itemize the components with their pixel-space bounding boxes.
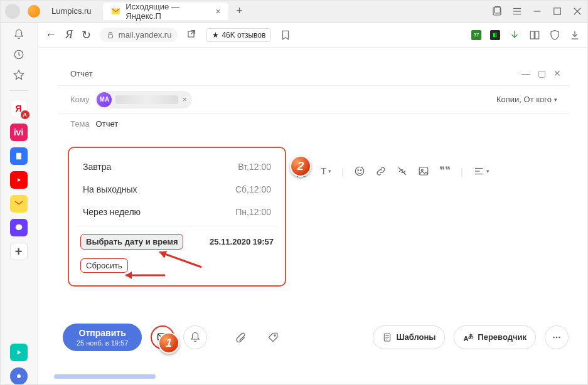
callout-arrow-select bbox=[148, 248, 205, 271]
yandex-home-button[interactable]: Я bbox=[65, 28, 73, 41]
toolbar-divider: | bbox=[341, 166, 344, 177]
svg-point-45 bbox=[274, 335, 275, 336]
sidebar-app-yandex[interactable]: Я A bbox=[10, 100, 28, 117]
schedule-option-tomorrow[interactable]: Завтра Вт,12:00 bbox=[69, 156, 285, 178]
sidebar-app-youtube[interactable] bbox=[10, 171, 28, 189]
callout-arrow-reset bbox=[118, 270, 168, 281]
browser-toolbar: ← Я ↻ mail.yandex.ru ★ 46K отзывов 37 ◧ bbox=[38, 23, 588, 48]
extension-dark-icon[interactable]: ◧ bbox=[490, 30, 500, 40]
external-link-icon[interactable] bbox=[186, 29, 198, 41]
window-close-icon[interactable] bbox=[572, 6, 583, 17]
downloads-icon[interactable] bbox=[569, 29, 580, 41]
sidebar-app-play[interactable] bbox=[10, 344, 28, 361]
svg-rect-13 bbox=[17, 154, 20, 155]
svg-rect-26 bbox=[535, 31, 539, 39]
reader-icon[interactable] bbox=[529, 29, 540, 41]
scrollbar-indicator[interactable] bbox=[54, 374, 156, 379]
minimize-icon[interactable] bbox=[532, 6, 543, 17]
collections-icon[interactable] bbox=[491, 6, 503, 17]
compose-minimize-icon[interactable]: — bbox=[521, 68, 530, 78]
tab-title: Исходящие — Яндекс.П bbox=[126, 2, 210, 21]
star-icon: ★ bbox=[212, 31, 219, 40]
subject-row: Тема Отчет bbox=[58, 113, 570, 130]
templates-button[interactable]: Шаблоны bbox=[373, 325, 445, 349]
close-icon[interactable]: × bbox=[215, 6, 220, 16]
favorites-icon[interactable] bbox=[12, 68, 26, 82]
compose-close-icon[interactable]: ✕ bbox=[553, 68, 561, 78]
bookmark-icon[interactable] bbox=[280, 29, 291, 41]
svg-rect-14 bbox=[17, 156, 20, 156]
svg-point-51 bbox=[556, 337, 557, 338]
toolbar-divider: | bbox=[461, 166, 463, 177]
compose-restore-icon[interactable]: ▢ bbox=[538, 68, 546, 78]
reviews-badge[interactable]: ★ 46K отзывов bbox=[206, 28, 271, 42]
recipient-avatar: MA bbox=[97, 92, 112, 107]
tab-title: Lumpics.ru bbox=[51, 6, 92, 16]
maximize-icon[interactable] bbox=[552, 6, 563, 17]
compose-title: Отчет bbox=[70, 69, 93, 78]
emoji-icon[interactable] bbox=[354, 166, 365, 177]
new-tab-button[interactable]: + bbox=[232, 4, 247, 19]
svg-rect-15 bbox=[17, 157, 19, 157]
text-style-button[interactable]: T▾ bbox=[321, 166, 331, 177]
select-datetime-button[interactable]: Выбрать дату и время bbox=[80, 234, 183, 250]
translator-button[interactable]: Aあ Переводчик bbox=[454, 325, 536, 349]
svg-rect-7 bbox=[554, 8, 561, 14]
svg-marker-42 bbox=[126, 272, 132, 279]
menu-icon[interactable] bbox=[511, 6, 523, 17]
extension-calendar-icon[interactable]: 37 bbox=[471, 30, 481, 40]
browser-tab-strip: Lumpics.ru Исходящие — Яндекс.П × + bbox=[0, 0, 588, 23]
more-button[interactable] bbox=[545, 325, 569, 349]
schedule-option-next-week[interactable]: Через неделю Пн,12:00 bbox=[69, 201, 285, 223]
sidebar-app-mail[interactable] bbox=[10, 195, 28, 213]
sidebar-app-alice[interactable] bbox=[10, 367, 28, 385]
compose-window: Отчет — ▢ ✕ Кому MA × Копии, От кого ▾ Т… bbox=[58, 61, 570, 130]
reload-button[interactable]: ↻ bbox=[82, 28, 91, 42]
copies-toggle[interactable]: Копии, От кого ▾ bbox=[496, 95, 557, 104]
shield-icon[interactable] bbox=[549, 29, 560, 41]
align-button[interactable]: ▾ bbox=[473, 166, 489, 177]
quote-icon[interactable]: ‟‟ bbox=[439, 164, 451, 178]
svg-rect-12 bbox=[16, 153, 21, 160]
svg-rect-0 bbox=[112, 8, 120, 14]
send-button-label: Отправить bbox=[77, 327, 128, 339]
chevron-down-icon: ▾ bbox=[554, 97, 557, 103]
reminder-button[interactable] bbox=[183, 325, 207, 349]
address-bar[interactable]: mail.yandex.ru bbox=[100, 28, 178, 42]
popup-divider bbox=[77, 226, 277, 226]
chip-remove-icon[interactable]: × bbox=[182, 95, 187, 104]
callout-badge-1: 1 bbox=[158, 332, 179, 354]
sidebar-divider bbox=[9, 90, 28, 91]
sidebar-app-ivi[interactable]: ivi bbox=[10, 124, 28, 141]
subject-label: Тема bbox=[70, 119, 90, 129]
link-icon[interactable] bbox=[375, 166, 387, 177]
schedule-option-weekend[interactable]: На выходных Сб,12:00 bbox=[69, 178, 285, 201]
sidebar-app-docs[interactable] bbox=[10, 147, 28, 165]
sidebar-add-button[interactable]: + bbox=[10, 243, 28, 260]
to-label: Кому bbox=[70, 95, 89, 104]
chevron-down-icon: ▾ bbox=[328, 168, 331, 174]
send-button[interactable]: Отправить 25 нояб. в 19:57 bbox=[63, 324, 142, 351]
recipient-chip[interactable]: MA × bbox=[95, 91, 192, 108]
label-button[interactable] bbox=[261, 325, 285, 349]
profile-avatar[interactable] bbox=[5, 4, 20, 19]
subject-value[interactable]: Отчет bbox=[96, 119, 119, 129]
notifications-icon[interactable] bbox=[12, 28, 26, 41]
download-arrow-icon[interactable] bbox=[509, 29, 520, 41]
image-icon[interactable] bbox=[418, 166, 429, 177]
option-label: Через неделю bbox=[83, 207, 141, 217]
attach-button[interactable] bbox=[228, 325, 252, 349]
option-label: Завтра bbox=[83, 162, 111, 172]
sidebar-app-messenger[interactable] bbox=[10, 219, 28, 236]
tab-outbox[interactable]: Исходящие — Яндекс.П × bbox=[103, 3, 228, 20]
reviews-text: 46K отзывов bbox=[222, 31, 265, 40]
svg-rect-25 bbox=[530, 31, 534, 39]
history-icon[interactable] bbox=[12, 48, 26, 61]
unlink-icon[interactable] bbox=[397, 166, 408, 177]
svg-point-20 bbox=[17, 374, 21, 378]
tab-lumpics[interactable]: Lumpics.ru bbox=[44, 3, 99, 20]
chevron-down-icon: ▾ bbox=[486, 168, 489, 174]
url-text: mail.yandex.ru bbox=[119, 30, 172, 40]
back-button[interactable]: ← bbox=[45, 28, 56, 41]
translator-label: Переводчик bbox=[478, 332, 527, 342]
